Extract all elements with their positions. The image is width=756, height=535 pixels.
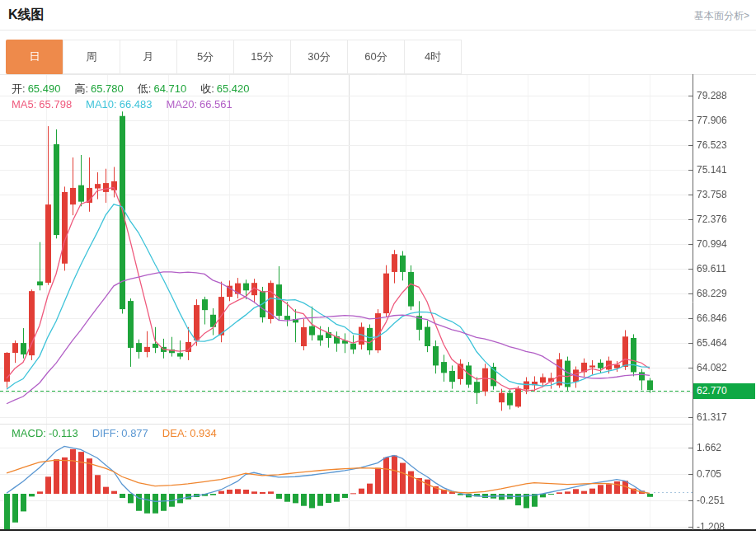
- ohlc-value: 65.490: [28, 82, 61, 95]
- current-price-tag: 62.770: [693, 383, 755, 399]
- ohlc-value: 64.710: [153, 82, 186, 95]
- y-axis-label: 68.229: [697, 288, 727, 299]
- tab-15分[interactable]: 15分: [233, 40, 291, 74]
- y-axis-label: 77.906: [697, 115, 727, 126]
- y-axis-label: 65.464: [697, 337, 727, 349]
- ohlc-label: 低:: [138, 82, 152, 95]
- y-axis-label: 72.376: [697, 214, 727, 225]
- ohlc-item: 低:64.710: [138, 82, 189, 96]
- tab-日[interactable]: 日: [6, 40, 63, 74]
- y-axis-label: 64.082: [697, 362, 727, 373]
- y-axis-label: 75.141: [697, 164, 727, 176]
- macd-value: 0.934: [190, 427, 217, 439]
- y-axis-label: -0.251: [697, 495, 725, 506]
- ma-value: 66.483: [120, 98, 153, 110]
- macd-item: MACD:-0.113: [12, 427, 81, 439]
- y-axis-label: -1.208: [697, 521, 725, 533]
- ma-value: 66.561: [200, 98, 232, 110]
- y-axis-label: 70.994: [697, 238, 727, 250]
- macd-item: DEA:0.934: [162, 427, 219, 439]
- tab-30分[interactable]: 30分: [290, 40, 348, 74]
- y-axis-label: 76.523: [697, 139, 727, 151]
- ma-value: 65.798: [39, 98, 72, 110]
- macd-label: DIFF:: [92, 427, 120, 439]
- macd-value: 0.877: [121, 427, 148, 439]
- ma-label: MA5:: [12, 98, 36, 110]
- tab-月[interactable]: 月: [120, 40, 177, 74]
- ma-item: MA5:65.798: [12, 98, 74, 110]
- y-axis-label: 0.705: [697, 468, 721, 480]
- macd-label: MACD:: [12, 427, 46, 439]
- period-tabs: 日周月5分15分30分60分4时: [7, 40, 462, 74]
- y-axis-label: 79.288: [697, 90, 727, 101]
- ma-label: MA10:: [86, 98, 117, 110]
- kline-chart-canvas[interactable]: [0, 0, 756, 535]
- ma-info: MA5:65.798MA10:66.483MA20:66.561: [12, 98, 247, 110]
- macd-info: MACD:-0.113DIFF:0.877DEA:0.934: [12, 427, 231, 439]
- ohlc-item: 收:65.420: [200, 82, 251, 96]
- ma-label: MA20:: [166, 98, 197, 110]
- ma-item: MA20:66.561: [166, 98, 234, 110]
- ohlc-value: 65.420: [217, 82, 250, 95]
- tab-周[interactable]: 周: [63, 40, 120, 74]
- ohlc-item: 开:65.490: [12, 82, 63, 96]
- ohlc-label: 收:: [200, 82, 214, 95]
- y-axis-label: 69.611: [697, 263, 726, 275]
- ohlc-label: 开:: [12, 82, 26, 95]
- ma-item: MA10:66.483: [86, 98, 154, 110]
- y-axis-label: 66.846: [697, 312, 727, 324]
- tab-4时[interactable]: 4时: [404, 40, 462, 74]
- y-axis-label: 73.758: [697, 189, 727, 200]
- ohlc-value: 65.780: [91, 82, 124, 95]
- ohlc-label: 高:: [74, 82, 88, 95]
- macd-value: -0.113: [49, 427, 78, 439]
- macd-item: DIFF:0.877: [92, 427, 151, 439]
- ohlc-info: 开:65.490高:65.780低:64.710收:65.420: [12, 82, 264, 96]
- header: K线图 基本面分析>: [0, 0, 756, 31]
- page-title: K线图: [8, 7, 45, 24]
- fundamental-analysis-link[interactable]: 基本面分析>: [694, 9, 749, 23]
- tab-5分[interactable]: 5分: [176, 40, 234, 74]
- macd-label: DEA:: [162, 427, 187, 439]
- tab-60分[interactable]: 60分: [347, 40, 405, 74]
- y-axis-label: 61.317: [697, 411, 727, 423]
- ohlc-item: 高:65.780: [74, 82, 125, 96]
- y-axis-label: 1.662: [697, 442, 721, 453]
